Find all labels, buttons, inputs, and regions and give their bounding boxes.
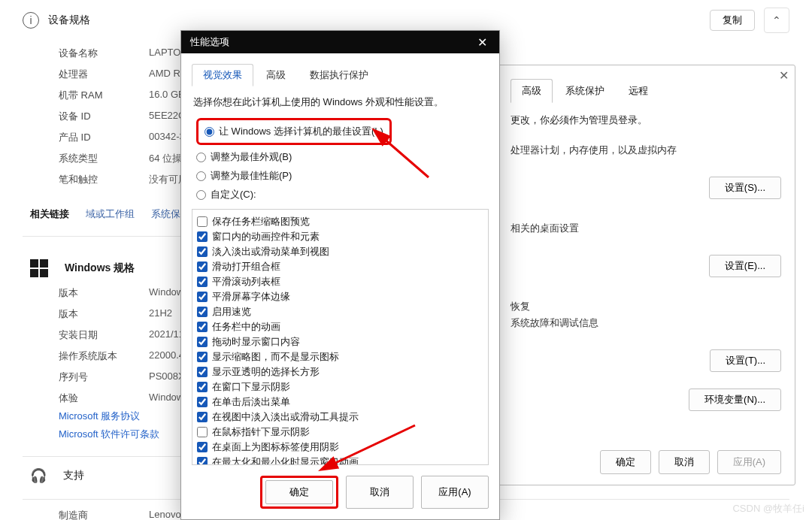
radio-auto-input[interactable] [205, 127, 214, 137]
visual-effect-item[interactable]: 保存任务栏缩略图预览 [197, 214, 483, 229]
radio-label: 让 Windows 选择计算机的最佳设置(L) [219, 125, 383, 138]
visual-effect-checkbox[interactable] [197, 457, 208, 465]
radio-best-perf-input[interactable] [196, 171, 206, 181]
section-title: Windows 规格 [65, 262, 135, 275]
perf-tabs: 视觉效果 高级 数据执行保护 [192, 64, 489, 86]
highlight-box: 让 Windows 选择计算机的最佳设置(L) [196, 118, 392, 145]
visual-effect-item[interactable]: 拖动时显示窗口内容 [197, 334, 483, 349]
visual-effect-item[interactable]: 平滑屏幕字体边缘 [197, 289, 483, 304]
visual-effect-checkbox[interactable] [197, 307, 208, 317]
visual-effect-item[interactable]: 在鼠标指针下显示阴影 [197, 425, 483, 440]
visual-effect-checkbox[interactable] [197, 231, 208, 242]
perf-apply-button[interactable]: 应用(A) [421, 476, 489, 509]
chevron-up-icon[interactable]: ⌃ [764, 8, 789, 33]
visual-effect-label: 在视图中淡入淡出或滑动工具提示 [212, 410, 359, 424]
radio-best-look-input[interactable] [196, 153, 206, 162]
visual-effect-item[interactable]: 在最大化和最小化时显示窗口动画 [197, 455, 483, 465]
visual-effect-item[interactable]: 在视图中淡入淡出或滑动工具提示 [197, 410, 483, 425]
visual-effect-label: 在最大化和最小化时显示窗口动画 [212, 455, 359, 465]
visual-effect-label: 显示缩略图，而不是显示图标 [212, 350, 339, 364]
radio-custom[interactable]: 自定义(C): [196, 188, 489, 201]
visual-effect-item[interactable]: 淡入淡出或滑动菜单到视图 [197, 244, 483, 259]
sysprop-apply-button[interactable]: 应用(A) [717, 450, 781, 474]
visual-effect-item[interactable]: 在单击后淡出菜单 [197, 395, 483, 410]
visual-effect-checkbox[interactable] [197, 246, 208, 257]
spec-label: 制造商 [59, 509, 149, 520]
radio-best-look[interactable]: 调整为最佳外观(B) [196, 150, 489, 164]
visual-effect-checkbox[interactable] [197, 397, 208, 407]
sysprop-cancel-button[interactable]: 取消 [659, 450, 710, 474]
perf-ok-button[interactable]: 确定 [265, 480, 333, 504]
close-icon[interactable]: ✕ [779, 68, 789, 83]
env-vars-button[interactable]: 环境变量(N)... [689, 388, 781, 411]
spec-label: 序列号 [59, 370, 149, 384]
visual-radio-group: 让 Windows 选择计算机的最佳设置(L) 调整为最佳外观(B) 调整为最佳… [196, 118, 489, 201]
visual-effect-checkbox[interactable] [197, 277, 208, 287]
close-icon[interactable]: ✕ [465, 31, 499, 53]
visual-effect-item[interactable]: 任务栏中的动画 [197, 319, 483, 334]
spec-label: 笔和触控 [59, 173, 149, 186]
link-domain[interactable]: 域或工作组 [86, 207, 135, 221]
tab-dep[interactable]: 数据执行保护 [298, 64, 380, 86]
headset-icon: 🎧 [30, 467, 47, 484]
spec-label: 操作系统版本 [59, 349, 149, 363]
visual-effect-label: 保存任务栏缩略图预览 [212, 215, 310, 228]
radio-label: 自定义(C): [211, 188, 256, 201]
settings-s-button[interactable]: 设置(S)... [709, 177, 781, 199]
visual-effect-item[interactable]: 显示亚透明的选择长方形 [197, 364, 483, 379]
visual-effect-label: 淡入淡出或滑动菜单到视图 [212, 245, 329, 258]
visual-effect-label: 在桌面上为图标标签使用阴影 [212, 440, 339, 454]
dialog-titlebar[interactable]: 性能选项 ✕ [181, 31, 499, 53]
dialog-title: 性能选项 [190, 35, 229, 49]
tab-visual-effects[interactable]: 视觉效果 [192, 64, 253, 86]
visual-effects-list[interactable]: 保存任务栏缩略图预览窗口内的动画控件和元素淡入淡出或滑动菜单到视图滑动打开组合框… [192, 209, 489, 465]
visual-effect-item[interactable]: 窗口内的动画控件和元素 [197, 229, 483, 244]
settings-e-button[interactable]: 设置(E)... [709, 255, 781, 277]
highlight-box-ok: 确定 [260, 476, 338, 509]
windows-logo-icon [30, 259, 48, 277]
settings-t-button[interactable]: 设置(T)... [710, 349, 781, 372]
visual-effect-label: 平滑滚动列表框 [212, 275, 280, 289]
performance-options-dialog: 性能选项 ✕ 视觉效果 高级 数据执行保护 选择你想在此计算机上使用的 Wind… [180, 30, 500, 520]
radio-custom-input[interactable] [196, 190, 206, 200]
tab-remote[interactable]: 远程 [617, 79, 659, 103]
spec-label: 版本 [59, 286, 149, 300]
tab-protect[interactable]: 系统保护 [554, 79, 616, 103]
device-spec-header: i 设备规格 复制 ⌃ [23, 8, 789, 33]
visual-effect-checkbox[interactable] [197, 352, 208, 362]
visual-effect-checkbox[interactable] [197, 292, 208, 302]
radio-auto[interactable]: 让 Windows 选择计算机的最佳设置(L) [205, 125, 383, 138]
copy-button[interactable]: 复制 [710, 10, 755, 31]
visual-effect-item[interactable]: 启用速览 [197, 304, 483, 319]
visual-effect-label: 平滑屏幕字体边缘 [212, 290, 290, 304]
visual-effect-checkbox[interactable] [197, 427, 208, 437]
visual-effect-checkbox[interactable] [197, 442, 208, 452]
tab-advanced[interactable]: 高级 [255, 64, 297, 86]
radio-best-perf[interactable]: 调整为最佳性能(P) [196, 169, 489, 183]
profile-desc: 相关的桌面设置 [511, 222, 781, 235]
visual-effect-checkbox[interactable] [197, 382, 208, 392]
perf-cancel-button[interactable]: 取消 [346, 476, 414, 509]
link-protect[interactable]: 系统保 [151, 207, 180, 221]
visual-effect-checkbox[interactable] [197, 262, 208, 272]
sysprop-ok-button[interactable]: 确定 [600, 450, 651, 474]
spec-label: 系统类型 [59, 152, 149, 165]
visual-effect-checkbox[interactable] [197, 337, 208, 347]
visual-effect-item[interactable]: 滑动打开组合框 [197, 259, 483, 274]
visual-effect-item[interactable]: 在桌面上为图标标签使用阴影 [197, 440, 483, 455]
visual-effect-item[interactable]: 显示缩略图，而不是显示图标 [197, 349, 483, 364]
visual-effect-checkbox[interactable] [197, 216, 208, 227]
spec-label: 版本 [59, 307, 149, 321]
visual-effect-item[interactable]: 在窗口下显示阴影 [197, 379, 483, 395]
related-title: 相关链接 [30, 207, 69, 221]
visual-effect-item[interactable]: 平滑滚动列表框 [197, 274, 483, 289]
tab-advanced[interactable]: 高级 [511, 79, 553, 103]
recovery-head: 恢复 [511, 300, 781, 313]
watermark: CSDN @牧羊任i [732, 502, 804, 515]
visual-effect-checkbox[interactable] [197, 322, 208, 332]
visual-effect-label: 拖动时显示窗口内容 [212, 335, 300, 349]
visual-effect-checkbox[interactable] [197, 412, 208, 422]
visual-effect-label: 任务栏中的动画 [212, 320, 280, 334]
spec-label: 设备 ID [59, 110, 149, 123]
visual-effect-checkbox[interactable] [197, 367, 208, 377]
